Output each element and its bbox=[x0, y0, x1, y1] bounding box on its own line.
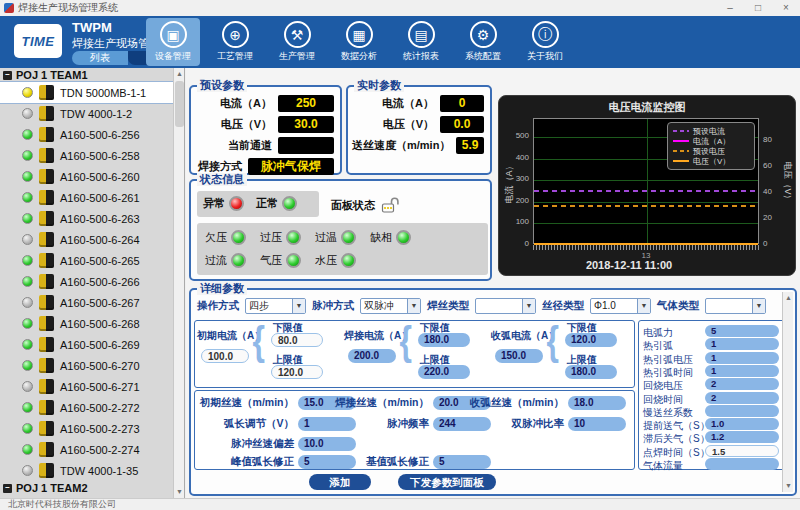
chevron-down-icon[interactable]: ▼ bbox=[752, 299, 765, 313]
dropdown-操作方式[interactable]: 四步▼ bbox=[245, 298, 306, 314]
tree-item[interactable]: A160-500-2-273 bbox=[0, 418, 174, 439]
dropdown-焊丝类型[interactable]: ▼ bbox=[475, 298, 536, 314]
tree-item[interactable]: TDN 5000MB-1-1 bbox=[0, 82, 174, 103]
tree-item[interactable]: A160-500-6-270 bbox=[0, 355, 174, 376]
param-value-field[interactable]: 2 bbox=[705, 392, 779, 404]
detail-scrollbar[interactable]: ▲ ▼ bbox=[782, 292, 793, 492]
lower-limit-field[interactable]: 120.0 bbox=[565, 333, 617, 347]
nav-item[interactable]: ▤统计报表 bbox=[394, 18, 448, 66]
tree-item[interactable]: A160-500-2-272 bbox=[0, 397, 174, 418]
panel-state: 面板状态 bbox=[331, 196, 400, 214]
param-cell: 弧长调节（V）1 bbox=[224, 417, 356, 431]
chevron-down-icon[interactable]: ▼ bbox=[292, 299, 305, 313]
param-value-field[interactable]: 10.0 bbox=[298, 437, 356, 451]
param-value-field[interactable]: 1 bbox=[705, 352, 779, 364]
lower-limit-field[interactable]: 180.0 bbox=[418, 333, 470, 347]
tree-item[interactable]: A160-500-6-267 bbox=[0, 292, 174, 313]
param-value-field[interactable]: 244 bbox=[433, 417, 491, 431]
param-value-field[interactable]: 10 bbox=[568, 417, 626, 431]
param-cell: 焊接丝速（m/min）20.0 bbox=[335, 396, 491, 410]
welder-icon bbox=[39, 190, 54, 205]
param-value-field[interactable]: 5 bbox=[433, 455, 491, 469]
param-value-field[interactable]: 1.0 bbox=[705, 418, 779, 430]
maximize-button[interactable]: □ bbox=[744, 0, 772, 16]
chevron-down-icon[interactable]: ▼ bbox=[522, 299, 535, 313]
tree-item[interactable]: A160-500-6-261 bbox=[0, 187, 174, 208]
tree-item[interactable]: A160-500-6-266 bbox=[0, 271, 174, 292]
tree-item[interactable]: A160-500-6-268 bbox=[0, 313, 174, 334]
param-value-field[interactable]: 5 bbox=[298, 455, 356, 469]
tree-item[interactable]: A160-500-6-256 bbox=[0, 124, 174, 145]
tree-item[interactable]: A160-500-6-269 bbox=[0, 334, 174, 355]
param-value-field[interactable]: 18.0 bbox=[568, 396, 626, 410]
tree-item[interactable]: A160-500-6-265 bbox=[0, 250, 174, 271]
param-value-field[interactable]: 1.2 bbox=[705, 431, 779, 443]
scrollbar-thumb[interactable] bbox=[175, 81, 184, 127]
scroll-up-icon[interactable]: ▲ bbox=[174, 68, 185, 80]
param-value-field[interactable] bbox=[705, 458, 779, 470]
sidebar-scrollbar[interactable]: ▲ ▼ bbox=[173, 68, 184, 498]
led-label: 过流 bbox=[205, 253, 227, 268]
upper-limit-field[interactable]: 220.0 bbox=[418, 365, 470, 379]
device-status-led bbox=[22, 339, 33, 350]
tree-item[interactable]: A160-500-6-263 bbox=[0, 208, 174, 229]
param-value-field[interactable]: 5 bbox=[705, 325, 779, 337]
param-row: 送丝速度（m/min）5.9 bbox=[352, 137, 484, 154]
tree-item[interactable]: TDW 4000-1-2 bbox=[0, 103, 174, 124]
legend-sample bbox=[673, 150, 689, 152]
chevron-down-icon[interactable]: ▼ bbox=[637, 299, 650, 313]
chevron-down-icon[interactable]: ▼ bbox=[407, 299, 420, 313]
param-value-field[interactable]: 1 bbox=[298, 417, 356, 431]
dropdown-气体类型[interactable]: ▼ bbox=[705, 298, 766, 314]
collapse-icon[interactable]: − bbox=[3, 484, 12, 493]
tree-item[interactable]: A160-500-6-271 bbox=[0, 376, 174, 397]
collapse-icon[interactable]: − bbox=[3, 71, 12, 80]
param-value-field[interactable]: 1.5 bbox=[705, 445, 779, 457]
dropdown-label: 丝径类型 bbox=[542, 299, 584, 313]
send-params-button[interactable]: 下发参数到面板 bbox=[398, 474, 496, 490]
add-button[interactable]: 添加 bbox=[309, 474, 371, 490]
tree-item[interactable]: A160-500-2-274 bbox=[0, 439, 174, 460]
upper-limit-field[interactable]: 120.0 bbox=[271, 365, 323, 379]
current-value-field[interactable]: 150.0 bbox=[495, 349, 543, 363]
close-button[interactable]: × bbox=[772, 0, 800, 16]
about-icon: ⓘ bbox=[532, 21, 559, 48]
param-label: 焊接丝速（m/min） bbox=[335, 396, 429, 410]
param-value-field[interactable]: 1 bbox=[705, 338, 779, 350]
nav-item[interactable]: ⓘ关于我们 bbox=[518, 18, 572, 66]
nav-item[interactable]: ⊕工艺管理 bbox=[208, 18, 262, 66]
scroll-down-icon[interactable]: ▼ bbox=[174, 486, 185, 498]
current-value-field[interactable]: 200.0 bbox=[348, 349, 396, 363]
param-value-field[interactable]: 2 bbox=[705, 378, 779, 390]
value-display: 250 bbox=[278, 95, 334, 112]
nav-item[interactable]: ▣设备管理 bbox=[146, 18, 200, 66]
tree-group-header[interactable]: −POJ 1 TEAM2 bbox=[0, 481, 174, 495]
green-led-icon bbox=[396, 230, 411, 245]
nav-item[interactable]: ⚒生产管理 bbox=[270, 18, 324, 66]
chart-title: 电压电流监控图 bbox=[499, 100, 795, 115]
extra-param-row: 慢送丝系数 bbox=[643, 405, 783, 418]
current-value-field[interactable]: 100.0 bbox=[201, 349, 249, 363]
tree-item[interactable]: TDW 4000-1-35 bbox=[0, 460, 174, 481]
voltage-current-chart: 电压电流监控图 电流（A） 电压（V） 13 2018-12-11 11:00 … bbox=[498, 95, 796, 276]
nav-item[interactable]: ⚙系统配置 bbox=[456, 18, 510, 66]
dropdown-脉冲方式[interactable]: 双脉冲▼ bbox=[360, 298, 421, 314]
scroll-up-icon[interactable]: ▲ bbox=[783, 292, 794, 304]
welder-icon bbox=[39, 253, 54, 268]
param-value-field[interactable]: 1 bbox=[705, 365, 779, 377]
tree-item[interactable]: A160-500-6-260 bbox=[0, 166, 174, 187]
device-status-led bbox=[22, 444, 33, 455]
tree-item[interactable]: A160-500-6-264 bbox=[0, 229, 174, 250]
dropdown-丝径类型[interactable]: Φ1.0▼ bbox=[590, 298, 651, 314]
scroll-down-icon[interactable]: ▼ bbox=[783, 480, 794, 492]
lower-limit-field[interactable]: 80.0 bbox=[271, 333, 323, 347]
tree-group-header[interactable]: −POJ 1 TEAM1 bbox=[0, 68, 174, 82]
param-value-field[interactable] bbox=[705, 405, 779, 417]
view-button-列表[interactable]: 列表 bbox=[72, 51, 128, 65]
upper-limit-field[interactable]: 180.0 bbox=[565, 365, 617, 379]
nav-item[interactable]: ▦数据分析 bbox=[332, 18, 386, 66]
tree-item[interactable]: A160-500-6-258 bbox=[0, 145, 174, 166]
minimize-button[interactable]: – bbox=[716, 0, 744, 16]
tree-item-label: A160-500-2-274 bbox=[60, 444, 140, 456]
tree-item-label: A160-500-6-266 bbox=[60, 276, 140, 288]
